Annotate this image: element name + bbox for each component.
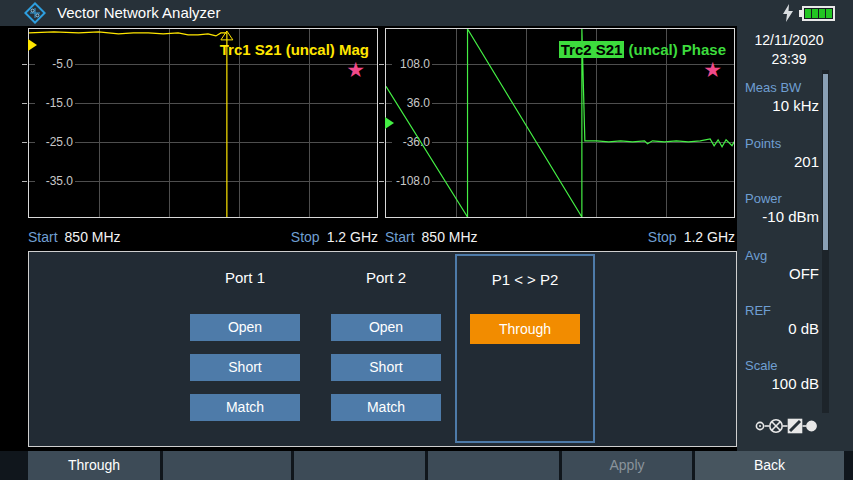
datetime-display: 12/11/2020 23:39 xyxy=(737,31,841,69)
sidebar-item-power[interactable]: Power -10 dBm xyxy=(745,191,819,226)
axis-tick xyxy=(379,142,384,143)
setting-value: 0 dB xyxy=(745,320,819,338)
chart-phase: 108.0 36.0 -36.0 -108.0 Trc2 S21(uncal) … xyxy=(385,28,735,218)
setting-value: 100 dB xyxy=(745,375,819,393)
axis-tick xyxy=(379,181,384,182)
setting-value: 201 xyxy=(745,153,819,171)
date-text: 12/11/2020 xyxy=(737,31,841,50)
marker-star-icon: ★ xyxy=(703,59,722,80)
trace1-label: Trc1 S21 (uncal) Mag xyxy=(220,41,369,58)
axis-tick xyxy=(22,142,27,143)
battery-body xyxy=(802,6,835,21)
sidebar-item-avg[interactable]: Avg OFF xyxy=(745,248,819,283)
chart-mag: -5.0 -15.0 -25.0 -35.0 Trc1 S21 (uncal) … xyxy=(28,28,378,218)
axis-tick xyxy=(22,103,27,104)
settings-sidebar: 12/11/2020 23:39 Meas BW 10 kHz Points 2… xyxy=(737,26,853,451)
vna-screen: Vector Network Analyzer -5.0 -15.0 xyxy=(0,0,853,480)
start-value: 850 MHz xyxy=(422,229,478,245)
softkey-back[interactable]: Back xyxy=(695,451,844,480)
sidebar-item-points[interactable]: Points 201 xyxy=(745,136,819,171)
trace2-label: Trc2 S21(uncal) Phase xyxy=(559,41,726,58)
sidebar-item-meas-bw[interactable]: Meas BW 10 kHz xyxy=(745,80,819,115)
setting-value: -10 dBm xyxy=(745,208,819,226)
softkey-empty-3 xyxy=(428,451,559,480)
stop-value: 1.2 GHz xyxy=(327,229,378,245)
setting-label: REF xyxy=(745,303,819,319)
softkey-empty-1 xyxy=(163,451,291,480)
battery-bar xyxy=(826,9,832,18)
softkey-empty-2 xyxy=(294,451,425,480)
axis-tick xyxy=(22,64,27,65)
axis-tick xyxy=(22,181,27,182)
trace-line-trc1 xyxy=(29,32,227,217)
marker-star-icon: ★ xyxy=(346,59,365,80)
port2-open-button[interactable]: Open xyxy=(331,314,441,341)
time-text: 23:39 xyxy=(737,50,841,69)
start-label: Start xyxy=(385,229,415,245)
trace2-name-highlighted: Trc2 S21 xyxy=(559,41,625,58)
through-button[interactable]: Through xyxy=(470,314,580,344)
battery-bar xyxy=(819,9,825,18)
port1-match-button[interactable]: Match xyxy=(190,394,300,421)
battery-bar xyxy=(812,9,818,18)
axis-tick xyxy=(379,64,384,65)
port2-header: Port 2 xyxy=(331,269,441,286)
calibration-dialog: Port 1 Port 2 Open Short Match Open Shor… xyxy=(28,251,737,447)
calibration-status-icon xyxy=(755,416,817,436)
title-bar: Vector Network Analyzer xyxy=(0,0,853,26)
softkey-bar: Through Apply Back xyxy=(0,451,853,480)
setting-label: Scale xyxy=(745,358,819,374)
port1-short-button[interactable]: Short xyxy=(190,354,300,381)
port1-header: Port 1 xyxy=(190,269,300,286)
ref-level-arrow-icon xyxy=(28,39,37,51)
freq-row-right: Start850 MHz Stop1.2 GHz xyxy=(385,227,735,247)
stop-label: Stop xyxy=(648,229,677,245)
sidebar-scroll-thumb[interactable] xyxy=(823,74,828,250)
port2-match-button[interactable]: Match xyxy=(331,394,441,421)
setting-label: Points xyxy=(745,136,819,152)
stop-value: 1.2 GHz xyxy=(684,229,735,245)
sidebar-item-scale[interactable]: Scale 100 dB xyxy=(745,358,819,393)
setting-label: Avg xyxy=(745,248,819,264)
start-label: Start xyxy=(28,229,58,245)
setting-label: Power xyxy=(745,191,819,207)
battery-bar xyxy=(805,9,811,18)
rohde-schwarz-logo-icon xyxy=(24,2,46,24)
charging-bolt-icon xyxy=(781,4,795,22)
port1-open-button[interactable]: Open xyxy=(190,314,300,341)
ref-level-arrow-icon xyxy=(385,117,394,129)
axis-tick xyxy=(379,103,384,104)
stop-label: Stop xyxy=(291,229,320,245)
battery-icon xyxy=(799,6,835,21)
setting-label: Meas BW xyxy=(745,80,819,96)
softkey-apply[interactable]: Apply xyxy=(562,451,692,480)
freq-row-left: Start850 MHz Stop1.2 GHz xyxy=(28,227,378,247)
sidebar-item-ref[interactable]: REF 0 dB xyxy=(745,303,819,338)
softkey-through[interactable]: Through xyxy=(28,451,160,480)
app-title: Vector Network Analyzer xyxy=(57,4,220,21)
setting-value: 10 kHz xyxy=(745,97,819,115)
p1p2-selection-box: P1 < > P2 Through xyxy=(455,254,595,443)
start-value: 850 MHz xyxy=(65,229,121,245)
trace2-suffix: (uncal) Phase xyxy=(628,41,726,58)
port2-short-button[interactable]: Short xyxy=(331,354,441,381)
setting-value: OFF xyxy=(745,265,819,283)
p1p2-header: P1 < > P2 xyxy=(457,271,593,288)
